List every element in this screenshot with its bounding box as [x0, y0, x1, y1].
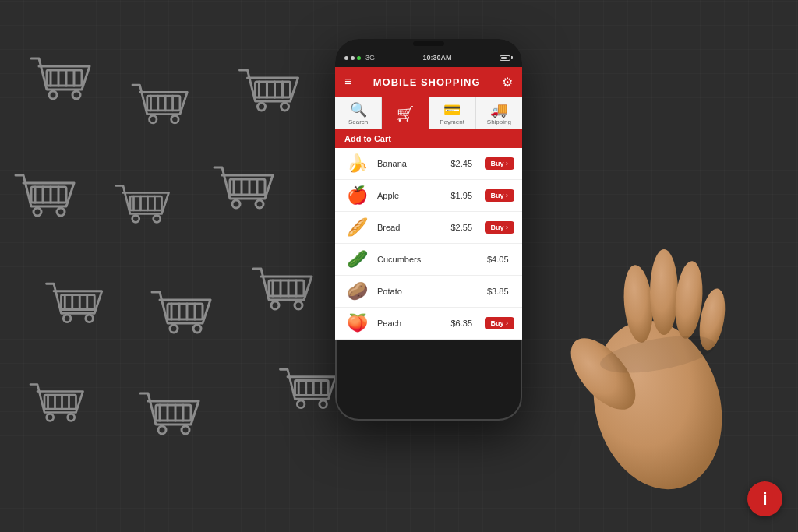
app-header: ≡ MOBILE SHOPPING ⚙ — [335, 67, 522, 97]
svg-point-5 — [49, 91, 57, 99]
potato-name: Potato — [377, 287, 481, 296]
signal-dot-1 — [344, 56, 348, 60]
shipping-tab-icon: 🚚 — [490, 103, 507, 117]
svg-rect-14 — [256, 82, 291, 97]
svg-point-62 — [295, 301, 302, 309]
bread-icon: 🥖 — [343, 217, 371, 238]
svg-rect-49 — [168, 304, 203, 319]
bread-buy-button[interactable]: Buy › — [485, 221, 515, 234]
svg-point-13 — [171, 115, 178, 122]
payment-tab-label: Payment — [440, 118, 464, 125]
svg-point-40 — [232, 200, 240, 208]
apple-buy-button[interactable]: Buy › — [485, 189, 515, 202]
product-bread: 🥖 Bread $2.55 Buy › — [335, 212, 522, 244]
peach-price: $6.35 — [451, 319, 478, 328]
signal-area: 3G — [344, 54, 375, 62]
potato-icon: 🥔 — [343, 280, 371, 302]
apple-price: $1.95 — [451, 191, 478, 200]
banana-price: $2.45 — [451, 159, 478, 168]
apple-name: Apple — [377, 191, 445, 200]
banana-name: Banana — [377, 159, 445, 168]
signal-dot-2 — [351, 56, 355, 60]
svg-rect-42 — [62, 295, 95, 310]
svg-point-61 — [271, 301, 279, 309]
svg-point-69 — [68, 414, 75, 421]
svg-rect-0 — [47, 70, 82, 86]
svg-point-26 — [34, 208, 41, 216]
add-to-cart-header: Add to Cart — [335, 129, 522, 148]
svg-rect-7 — [147, 96, 180, 111]
product-potato: 🥔 Potato $3.85 — [335, 276, 522, 308]
svg-point-12 — [150, 115, 157, 122]
search-tab-label: Search — [348, 118, 368, 125]
cucumber-icon: 🥒 — [343, 248, 371, 270]
svg-rect-63 — [44, 395, 76, 409]
svg-rect-21 — [31, 187, 66, 203]
menu-icon[interactable]: ≡ — [344, 75, 351, 89]
product-list: 🍌 Banana $2.45 Buy › 🍎 Apple $1.95 Buy ›… — [335, 148, 522, 340]
apple-icon: 🍎 — [343, 185, 371, 206]
time-display: 10:30AM — [423, 54, 452, 62]
svg-point-83 — [320, 400, 327, 408]
svg-point-33 — [132, 215, 139, 222]
svg-point-68 — [47, 414, 54, 421]
phone-body: 3G 10:30AM ≡ MOBILE SHOPPING ⚙ 🔍 Se — [335, 39, 522, 421]
product-peach: 🍑 Peach $6.35 Buy › — [335, 308, 522, 340]
svg-rect-28 — [130, 196, 162, 210]
network-label: 3G — [365, 54, 375, 62]
logo-text: i — [762, 491, 767, 508]
svg-point-75 — [158, 426, 166, 434]
settings-icon[interactable]: ⚙ — [502, 75, 513, 90]
banana-icon: 🍌 — [343, 153, 371, 174]
bread-price: $2.55 — [451, 223, 478, 232]
tab-shipping[interactable]: 🚚 Shipping — [476, 97, 522, 129]
hand-image — [564, 218, 736, 491]
signal-dot-3 — [357, 56, 361, 60]
peach-icon: 🍑 — [343, 312, 371, 334]
potato-price: $3.85 — [487, 287, 514, 296]
svg-point-19 — [258, 103, 266, 111]
product-banana: 🍌 Banana $2.45 Buy › — [335, 148, 522, 180]
banana-buy-button[interactable]: Buy › — [485, 157, 515, 170]
nav-tabs: 🔍 Search 🛒 💳 Payment 🚚 Shipping — [335, 97, 522, 129]
svg-rect-77 — [295, 381, 329, 396]
svg-point-48 — [86, 315, 94, 322]
app-title: MOBILE SHOPPING — [373, 76, 481, 88]
svg-point-47 — [63, 315, 71, 322]
tab-payment[interactable]: 💳 Payment — [429, 97, 476, 129]
svg-point-76 — [182, 426, 189, 434]
bread-name: Bread — [377, 223, 445, 232]
peach-name: Peach — [377, 319, 445, 328]
svg-point-27 — [57, 208, 65, 216]
battery-icon — [500, 55, 513, 61]
product-cucumbers: 🥒 Cucumbers $4.05 — [335, 244, 522, 276]
svg-point-82 — [297, 400, 305, 408]
svg-rect-56 — [269, 280, 304, 296]
svg-point-41 — [256, 200, 263, 208]
tab-search[interactable]: 🔍 Search — [335, 97, 382, 129]
brand-logo: i — [747, 481, 782, 516]
status-bar: 3G 10:30AM — [335, 48, 522, 67]
payment-tab-icon: 💳 — [443, 103, 461, 117]
svg-point-34 — [154, 215, 161, 222]
shipping-tab-label: Shipping — [487, 118, 511, 125]
svg-rect-70 — [156, 405, 191, 421]
peach-buy-button[interactable]: Buy › — [485, 317, 515, 329]
svg-rect-35 — [230, 179, 265, 195]
svg-point-54 — [170, 325, 178, 333]
battery-area — [500, 55, 513, 61]
search-tab-icon: 🔍 — [350, 103, 367, 117]
svg-point-55 — [193, 325, 201, 333]
cucumber-price: $4.05 — [487, 255, 514, 264]
svg-point-87 — [650, 249, 678, 335]
svg-point-20 — [281, 103, 289, 111]
tab-cart[interactable]: 🛒 — [382, 97, 429, 129]
product-apple: 🍎 Apple $1.95 Buy › — [335, 180, 522, 212]
cucumber-name: Cucumbers — [377, 255, 481, 264]
cart-tab-icon: 🛒 — [397, 107, 414, 121]
svg-point-6 — [72, 91, 80, 99]
